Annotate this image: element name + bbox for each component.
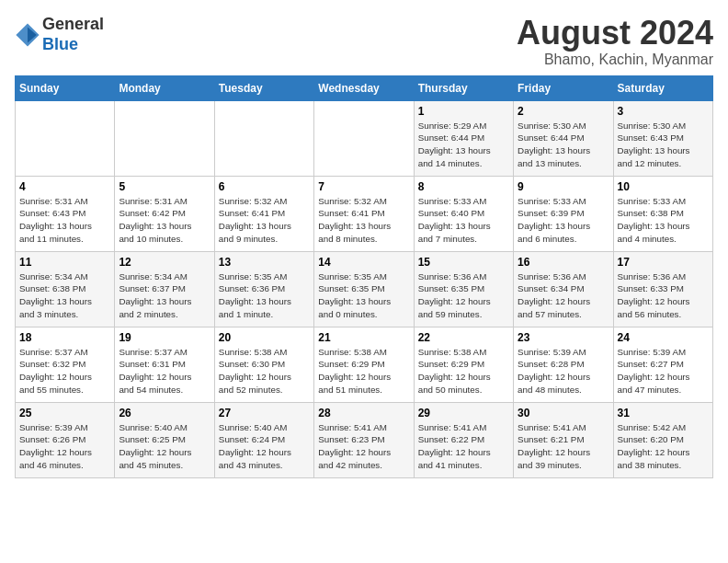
calendar-cell: 26Sunrise: 5:40 AMSunset: 6:25 PMDayligh… bbox=[115, 402, 214, 477]
day-number: 9 bbox=[518, 180, 609, 193]
calendar-cell bbox=[16, 100, 115, 176]
day-number: 31 bbox=[618, 407, 709, 419]
day-info: Sunrise: 5:39 AMSunset: 6:28 PMDaylight:… bbox=[518, 346, 609, 396]
day-info: Sunrise: 5:33 AMSunset: 6:38 PMDaylight:… bbox=[618, 195, 709, 246]
calendar-cell: 9Sunrise: 5:33 AMSunset: 6:39 PMDaylight… bbox=[514, 176, 613, 251]
week-row-1: 1Sunrise: 5:29 AMSunset: 6:44 PMDaylight… bbox=[16, 100, 713, 176]
header: General Blue August 2024 Bhamo, Kachin, … bbox=[15, 15, 713, 68]
calendar-cell bbox=[314, 100, 414, 176]
day-number: 30 bbox=[518, 407, 609, 419]
day-number: 21 bbox=[318, 331, 409, 344]
day-info: Sunrise: 5:40 AMSunset: 6:24 PMDaylight:… bbox=[219, 421, 310, 472]
day-number: 1 bbox=[418, 105, 509, 118]
calendar-cell: 4Sunrise: 5:31 AMSunset: 6:43 PMDaylight… bbox=[16, 176, 115, 251]
calendar-cell: 31Sunrise: 5:42 AMSunset: 6:20 PMDayligh… bbox=[613, 402, 712, 477]
calendar-cell: 16Sunrise: 5:36 AMSunset: 6:34 PMDayligh… bbox=[514, 251, 613, 327]
day-info: Sunrise: 5:32 AMSunset: 6:41 PMDaylight:… bbox=[219, 195, 310, 246]
calendar-cell: 25Sunrise: 5:39 AMSunset: 6:26 PMDayligh… bbox=[16, 402, 115, 477]
calendar-cell: 14Sunrise: 5:35 AMSunset: 6:35 PMDayligh… bbox=[314, 251, 414, 327]
day-number: 23 bbox=[518, 331, 609, 344]
day-header-thursday: Thursday bbox=[414, 75, 513, 100]
day-header-friday: Friday bbox=[514, 75, 613, 100]
calendar-cell: 30Sunrise: 5:41 AMSunset: 6:21 PMDayligh… bbox=[514, 402, 613, 477]
day-info: Sunrise: 5:33 AMSunset: 6:40 PMDaylight:… bbox=[418, 195, 509, 246]
day-info: Sunrise: 5:29 AMSunset: 6:44 PMDaylight:… bbox=[418, 120, 509, 170]
calendar-cell: 10Sunrise: 5:33 AMSunset: 6:38 PMDayligh… bbox=[613, 176, 712, 251]
calendar-cell: 11Sunrise: 5:34 AMSunset: 6:38 PMDayligh… bbox=[16, 251, 115, 327]
day-info: Sunrise: 5:35 AMSunset: 6:36 PMDaylight:… bbox=[219, 270, 310, 321]
calendar-cell: 7Sunrise: 5:32 AMSunset: 6:41 PMDaylight… bbox=[314, 176, 414, 251]
week-row-2: 4Sunrise: 5:31 AMSunset: 6:43 PMDaylight… bbox=[16, 176, 713, 251]
day-number: 20 bbox=[219, 331, 310, 344]
logo-blue-text: Blue bbox=[42, 35, 78, 53]
day-number: 19 bbox=[119, 331, 210, 344]
calendar-cell: 18Sunrise: 5:37 AMSunset: 6:32 PMDayligh… bbox=[16, 327, 115, 402]
day-info: Sunrise: 5:41 AMSunset: 6:23 PMDaylight:… bbox=[318, 421, 409, 472]
day-number: 5 bbox=[119, 180, 210, 193]
logo: General Blue bbox=[15, 15, 104, 54]
calendar-cell: 8Sunrise: 5:33 AMSunset: 6:40 PMDaylight… bbox=[414, 176, 513, 251]
day-header-saturday: Saturday bbox=[613, 75, 712, 100]
day-info: Sunrise: 5:35 AMSunset: 6:35 PMDaylight:… bbox=[318, 270, 409, 321]
day-info: Sunrise: 5:38 AMSunset: 6:29 PMDaylight:… bbox=[418, 346, 509, 396]
day-number: 25 bbox=[19, 407, 110, 419]
day-info: Sunrise: 5:38 AMSunset: 6:30 PMDaylight:… bbox=[219, 346, 310, 396]
calendar-cell: 12Sunrise: 5:34 AMSunset: 6:37 PMDayligh… bbox=[115, 251, 214, 327]
calendar-cell: 17Sunrise: 5:36 AMSunset: 6:33 PMDayligh… bbox=[613, 251, 712, 327]
day-info: Sunrise: 5:36 AMSunset: 6:33 PMDaylight:… bbox=[618, 270, 709, 321]
day-info: Sunrise: 5:37 AMSunset: 6:32 PMDaylight:… bbox=[19, 346, 110, 396]
day-number: 18 bbox=[19, 331, 110, 344]
calendar-cell: 20Sunrise: 5:38 AMSunset: 6:30 PMDayligh… bbox=[214, 327, 313, 402]
day-info: Sunrise: 5:36 AMSunset: 6:35 PMDaylight:… bbox=[418, 270, 509, 321]
day-number: 8 bbox=[418, 180, 509, 193]
day-info: Sunrise: 5:42 AMSunset: 6:20 PMDaylight:… bbox=[618, 421, 709, 472]
calendar-cell bbox=[115, 100, 214, 176]
day-info: Sunrise: 5:31 AMSunset: 6:43 PMDaylight:… bbox=[19, 195, 110, 246]
day-info: Sunrise: 5:30 AMSunset: 6:44 PMDaylight:… bbox=[518, 120, 609, 170]
day-header-sunday: Sunday bbox=[16, 75, 115, 100]
day-info: Sunrise: 5:34 AMSunset: 6:38 PMDaylight:… bbox=[19, 270, 110, 321]
week-row-5: 25Sunrise: 5:39 AMSunset: 6:26 PMDayligh… bbox=[16, 402, 713, 477]
day-header-tuesday: Tuesday bbox=[214, 75, 313, 100]
day-number: 22 bbox=[418, 331, 509, 344]
day-info: Sunrise: 5:31 AMSunset: 6:42 PMDaylight:… bbox=[119, 195, 210, 246]
day-number: 10 bbox=[618, 180, 709, 193]
day-header-wednesday: Wednesday bbox=[314, 75, 414, 100]
calendar-cell: 3Sunrise: 5:30 AMSunset: 6:43 PMDaylight… bbox=[613, 100, 712, 176]
day-info: Sunrise: 5:39 AMSunset: 6:27 PMDaylight:… bbox=[618, 346, 709, 396]
day-info: Sunrise: 5:30 AMSunset: 6:43 PMDaylight:… bbox=[618, 120, 709, 170]
day-number: 28 bbox=[318, 407, 409, 419]
day-header-monday: Monday bbox=[115, 75, 214, 100]
day-info: Sunrise: 5:32 AMSunset: 6:41 PMDaylight:… bbox=[318, 195, 409, 246]
calendar-cell: 19Sunrise: 5:37 AMSunset: 6:31 PMDayligh… bbox=[115, 327, 214, 402]
day-number: 24 bbox=[618, 331, 709, 344]
calendar-cell: 29Sunrise: 5:41 AMSunset: 6:22 PMDayligh… bbox=[414, 402, 513, 477]
calendar-cell: 13Sunrise: 5:35 AMSunset: 6:36 PMDayligh… bbox=[214, 251, 313, 327]
day-number: 29 bbox=[418, 407, 509, 419]
week-row-3: 11Sunrise: 5:34 AMSunset: 6:38 PMDayligh… bbox=[16, 251, 713, 327]
day-number: 16 bbox=[518, 256, 609, 269]
day-info: Sunrise: 5:33 AMSunset: 6:39 PMDaylight:… bbox=[518, 195, 609, 246]
calendar-cell: 21Sunrise: 5:38 AMSunset: 6:29 PMDayligh… bbox=[314, 327, 414, 402]
day-number: 11 bbox=[19, 256, 110, 269]
calendar-cell: 2Sunrise: 5:30 AMSunset: 6:44 PMDaylight… bbox=[514, 100, 613, 176]
calendar-cell: 5Sunrise: 5:31 AMSunset: 6:42 PMDaylight… bbox=[115, 176, 214, 251]
calendar-cell: 6Sunrise: 5:32 AMSunset: 6:41 PMDaylight… bbox=[214, 176, 313, 251]
day-info: Sunrise: 5:41 AMSunset: 6:21 PMDaylight:… bbox=[518, 421, 609, 472]
day-number: 17 bbox=[618, 256, 709, 269]
day-info: Sunrise: 5:39 AMSunset: 6:26 PMDaylight:… bbox=[19, 421, 110, 472]
calendar-cell: 28Sunrise: 5:41 AMSunset: 6:23 PMDayligh… bbox=[314, 402, 414, 477]
calendar-cell: 1Sunrise: 5:29 AMSunset: 6:44 PMDaylight… bbox=[414, 100, 513, 176]
logo-general-text: General bbox=[42, 15, 104, 33]
day-number: 13 bbox=[219, 256, 310, 269]
day-number: 7 bbox=[318, 180, 409, 193]
day-info: Sunrise: 5:36 AMSunset: 6:34 PMDaylight:… bbox=[518, 270, 609, 321]
week-row-4: 18Sunrise: 5:37 AMSunset: 6:32 PMDayligh… bbox=[16, 327, 713, 402]
day-number: 26 bbox=[119, 407, 210, 419]
calendar-cell: 22Sunrise: 5:38 AMSunset: 6:29 PMDayligh… bbox=[414, 327, 513, 402]
day-number: 4 bbox=[19, 180, 110, 193]
calendar-cell: 24Sunrise: 5:39 AMSunset: 6:27 PMDayligh… bbox=[613, 327, 712, 402]
day-info: Sunrise: 5:40 AMSunset: 6:25 PMDaylight:… bbox=[119, 421, 210, 472]
day-number: 27 bbox=[219, 407, 310, 419]
logo-icon bbox=[15, 22, 40, 48]
